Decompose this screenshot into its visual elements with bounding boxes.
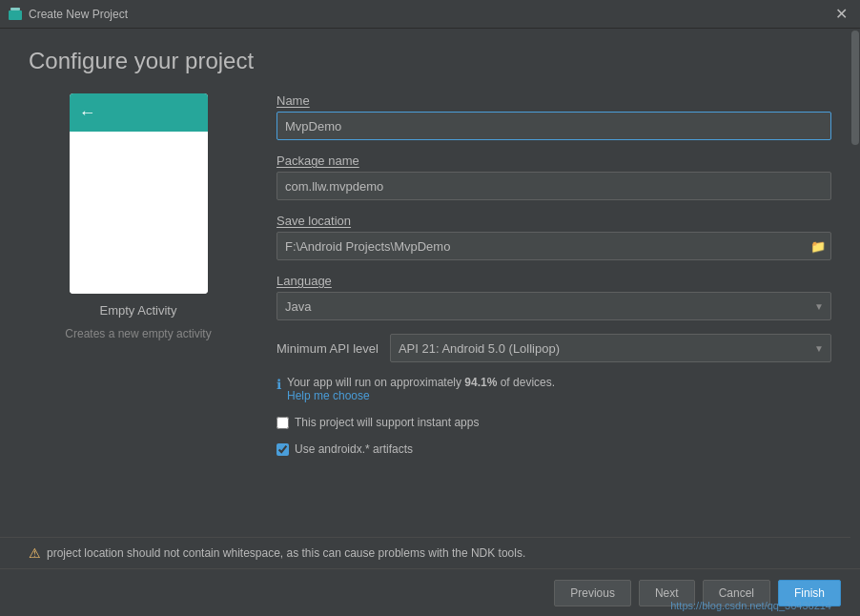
close-button[interactable]: ✕	[829, 3, 852, 26]
preview-description: Creates a new empty activity	[65, 327, 211, 340]
info-percentage: 94.1%	[464, 376, 497, 389]
info-content: Your app will run on approximately 94.1%…	[287, 376, 555, 402]
page-title: Configure your project	[29, 48, 831, 74]
info-suffix: of devices.	[497, 376, 555, 389]
save-location-label: Save location	[276, 214, 831, 228]
activity-label: Empty Activity	[100, 303, 177, 318]
package-input[interactable]	[276, 172, 831, 200]
warning-text: project location should not contain whit…	[47, 546, 525, 560]
info-icon: ℹ	[276, 377, 281, 392]
name-label: Name	[276, 93, 831, 108]
info-row: ℹ Your app will run on approximately 94.…	[276, 376, 831, 402]
language-select-wrapper: Java Kotlin ▼	[276, 292, 831, 320]
svg-rect-1	[10, 8, 20, 10]
warning-icon: ⚠	[29, 545, 41, 561]
instant-apps-row: This project will support instant apps	[276, 416, 831, 429]
language-label: Language	[276, 274, 831, 288]
folder-icon[interactable]: 📁	[810, 239, 826, 254]
save-location-input[interactable]	[276, 232, 831, 260]
instant-apps-label: This project will support instant apps	[295, 416, 479, 429]
api-level-row: Minimum API level API 21: Android 5.0 (L…	[276, 334, 831, 362]
previous-button[interactable]: Previous	[554, 580, 631, 606]
main-content: Configure your project ← Empty Activity …	[0, 29, 860, 616]
api-level-label: Minimum API level	[276, 341, 379, 356]
save-location-group: Save location 📁	[276, 214, 831, 260]
phone-topbar: ←	[70, 93, 208, 132]
save-location-wrapper: 📁	[276, 232, 831, 260]
name-input[interactable]	[276, 112, 831, 140]
name-group: Name	[276, 93, 831, 140]
androidx-row: Use androidx.* artifacts	[276, 442, 831, 456]
watermark: https://blog.csdn.net/qq_36436214	[670, 600, 831, 611]
api-level-select[interactable]: API 21: Android 5.0 (Lollipop) API 22: A…	[390, 334, 831, 362]
scrollbar[interactable]	[850, 29, 860, 568]
language-select[interactable]: Java Kotlin	[276, 292, 831, 320]
svg-rect-0	[9, 10, 22, 20]
help-link[interactable]: Help me choose	[287, 389, 370, 402]
title-bar: Create New Project ✕	[0, 0, 860, 29]
app-icon	[8, 7, 23, 22]
language-group: Language Java Kotlin ▼	[276, 274, 831, 320]
scroll-thumb[interactable]	[851, 31, 859, 145]
androidx-label: Use androidx.* artifacts	[295, 442, 413, 456]
info-prefix: Your app will run on approximately	[287, 376, 464, 389]
window-title: Create New Project	[29, 8, 829, 21]
package-group: Package name	[276, 154, 831, 200]
phone-preview: ←	[70, 93, 208, 294]
androidx-checkbox[interactable]	[276, 443, 289, 456]
warning-bar: ⚠ project location should not contain wh…	[0, 537, 860, 568]
phone-body	[70, 132, 208, 294]
api-select-wrapper: API 21: Android 5.0 (Lollipop) API 22: A…	[390, 334, 831, 362]
back-arrow-icon: ←	[79, 103, 96, 123]
instant-apps-checkbox[interactable]	[276, 417, 289, 429]
package-label: Package name	[276, 154, 831, 168]
